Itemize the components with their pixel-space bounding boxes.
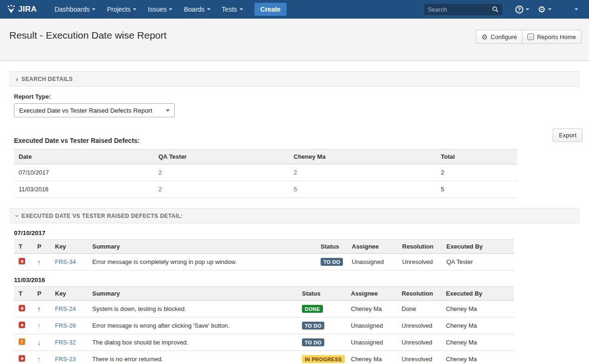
count-link[interactable]: 2 — [158, 169, 162, 176]
col-status: Status — [297, 287, 346, 301]
help-menu[interactable]: ? — [515, 6, 529, 13]
jira-logo-text: JIRA — [18, 5, 37, 14]
resolution-cell: Unresolved — [397, 334, 441, 351]
jira-logo[interactable]: JIRA — [7, 5, 37, 14]
col-cheney-ma: Cheney Ma — [289, 149, 436, 164]
avatar — [560, 3, 572, 15]
chevron-down-icon — [133, 8, 137, 10]
group-date: 07/10/2017 — [14, 229, 580, 236]
admin-menu[interactable]: ⚙ — [538, 5, 552, 14]
nav-tests[interactable]: Tests — [222, 6, 243, 13]
header-actions: ⚙ Configure ⌂ Reports Home — [476, 30, 582, 44]
detail-table: T P Key Summary Status Assignee Resoluti… — [14, 286, 514, 364]
priority-up-icon: ↑ — [37, 305, 41, 313]
configure-button[interactable]: ⚙ Configure — [476, 30, 522, 44]
bug-icon — [19, 322, 25, 328]
top-navbar: JIRA Dashboards Projects Issues Boards T… — [0, 0, 589, 19]
assignee-cell: Unassigned — [346, 317, 397, 334]
chevron-down-icon — [575, 8, 578, 10]
count-link[interactable]: 2 — [294, 169, 297, 176]
resolution-cell: Done — [397, 301, 441, 317]
date-cell: 11/03/2016 — [14, 181, 154, 198]
col-summary: Summary — [88, 287, 297, 301]
col-qa-tester: QA Tester — [154, 149, 289, 164]
search-icon — [492, 6, 499, 13]
nav-projects[interactable]: Projects — [107, 6, 137, 13]
status-badge: TO DO — [302, 338, 324, 346]
user-menu[interactable] — [560, 3, 578, 15]
status-badge: TO DO — [321, 258, 343, 266]
issue-key-link[interactable]: FRS-34 — [55, 258, 76, 265]
col-priority: P — [33, 240, 50, 254]
nav-issues[interactable]: Issues — [148, 6, 172, 13]
col-resolution: Resolution — [397, 287, 441, 301]
chevron-down-icon — [548, 8, 552, 10]
issue-key-link[interactable]: FRS-23 — [55, 356, 76, 363]
export-button[interactable]: Export — [553, 128, 582, 142]
group-date: 11/03/2016 — [14, 276, 580, 283]
table-row: ↑ FRS-34 Error message is completely wro… — [14, 254, 514, 270]
report-type-block: Report Type: Executed Date vs Tester Rai… — [9, 87, 580, 117]
quick-search[interactable] — [424, 3, 503, 16]
count-link[interactable]: 2 — [158, 186, 162, 193]
priority-up-icon: ↑ — [37, 258, 41, 266]
assignee-cell: Cheney Ma — [346, 351, 397, 364]
executed-by-cell: QA Tester — [442, 254, 514, 270]
chevron-down-icon — [166, 109, 170, 112]
help-icon: ? — [515, 6, 523, 13]
resolution-cell: Unresolved — [397, 254, 442, 270]
col-key: Key — [50, 240, 88, 254]
chevron-down-icon: › — [14, 215, 21, 217]
assignee-cell: Unassigned — [346, 334, 397, 351]
executed-by-cell: Cheney Ma — [441, 351, 514, 364]
page-header: Result - Execution Date wise Report ⚙ Co… — [0, 19, 589, 61]
col-assignee: Assignee — [346, 287, 397, 301]
col-status: Status — [316, 240, 347, 254]
summary-table: Date QA Tester Cheney Ma Total 07/10/201… — [14, 149, 517, 198]
jira-logo-icon — [7, 5, 16, 14]
chevron-down-icon — [526, 8, 529, 10]
nav-boards[interactable]: Boards — [184, 6, 210, 13]
search-input[interactable] — [428, 6, 492, 13]
chevron-right-icon: › — [16, 75, 18, 83]
summary-cell: The dialog box should be improved. — [88, 334, 297, 351]
executed-by-cell: Cheney Ma — [441, 317, 514, 334]
report-type-select[interactable]: Executed Date vs Tester Raised Defects R… — [14, 103, 175, 117]
col-executed-by: Executed By — [441, 287, 514, 301]
issue-key-link[interactable]: FRS-32 — [55, 339, 76, 346]
table-row: 11/03/2016 2 5 5 — [14, 181, 517, 198]
priority-up-icon: ↑ — [37, 322, 41, 330]
report-type-selected-value: Executed Date vs Tester Raised Defects R… — [19, 107, 152, 114]
col-resolution: Resolution — [397, 240, 442, 254]
resolution-cell: Unresolved — [397, 351, 441, 364]
summary-cell: There is no error returned. — [88, 351, 297, 364]
nav-dashboards[interactable]: Dashboards — [55, 6, 96, 13]
report-type-label: Report Type: — [14, 93, 580, 100]
col-key: Key — [50, 287, 88, 301]
status-badge: IN PROGRESS — [302, 355, 345, 363]
executed-by-cell: Cheney Ma — [441, 301, 514, 317]
gear-icon: ⚙ — [538, 5, 546, 14]
create-button[interactable]: Create — [254, 3, 287, 16]
reports-home-button[interactable]: ⌂ Reports Home — [522, 30, 582, 44]
detail-section-toggle[interactable]: › EXECUTED DATE VS TESTER RAISED DEFECTS… — [9, 208, 580, 223]
bug-icon — [19, 258, 25, 264]
search-details-toggle[interactable]: › SEARCH DETAILS — [9, 71, 580, 87]
table-row: 07/10/2017 2 2 2 — [14, 164, 517, 181]
main-content: › SEARCH DETAILS Report Type: Executed D… — [0, 61, 589, 364]
issue-key-link[interactable]: FRS-24 — [55, 305, 76, 312]
count-link[interactable]: 5 — [294, 186, 297, 193]
table-row: ↑ FRS-24 System is down, testing is bloc… — [14, 301, 514, 317]
bug-icon — [19, 305, 25, 311]
chevron-down-icon — [207, 8, 211, 10]
summary-title: Executed Date vs Tester Raised Defects: — [14, 137, 580, 144]
status-badge: TO DO — [302, 322, 324, 330]
issue-key-link[interactable]: FRS-26 — [55, 322, 76, 329]
table-row: ↓ FRS-32 The dialog box should be improv… — [14, 334, 514, 351]
total-cell: 2 — [436, 164, 517, 181]
summary-cell: Error message is completely wrong in pop… — [88, 254, 316, 270]
status-badge: DONE — [302, 305, 323, 313]
table-row: ↑ FRS-26 Error message is wrong after cl… — [14, 317, 514, 334]
assignee-cell: Unassigned — [347, 254, 397, 270]
col-date: Date — [14, 149, 154, 164]
